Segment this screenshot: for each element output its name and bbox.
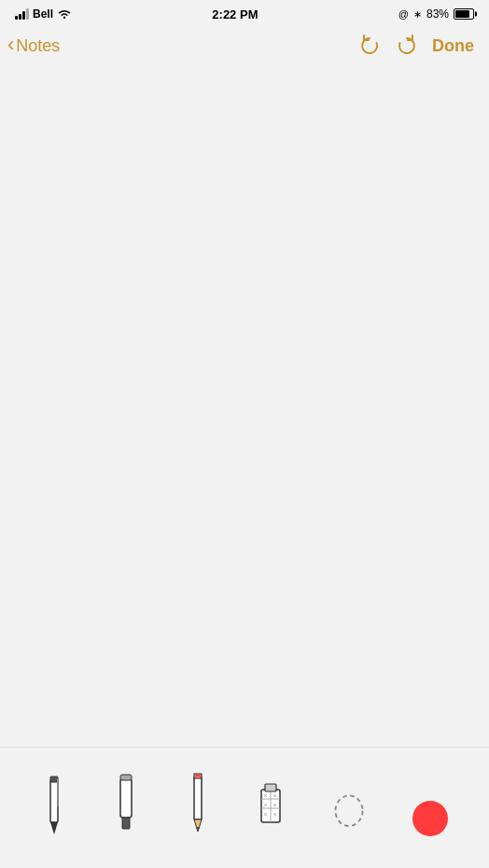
svg-marker-2 (50, 822, 58, 834)
back-button[interactable]: ‹ Notes (7, 36, 60, 56)
svg-text:x: x (264, 792, 267, 798)
carrier-label: Bell (33, 7, 53, 21)
lasso-icon (331, 790, 367, 836)
redo-button[interactable] (395, 34, 419, 58)
status-right: @ ∗ 83% (398, 7, 474, 21)
svg-point-0 (63, 17, 65, 19)
battery-icon (454, 8, 474, 20)
undo-button[interactable] (357, 34, 382, 58)
svg-rect-1 (50, 780, 58, 822)
marker-tool[interactable] (113, 762, 139, 836)
svg-marker-10 (195, 827, 200, 832)
done-button[interactable]: Done (432, 36, 474, 56)
svg-rect-5 (120, 778, 132, 818)
nav-icons: Done (357, 34, 474, 58)
svg-rect-6 (122, 818, 130, 829)
svg-text:x: x (273, 792, 276, 798)
eraser-icon: x x x x x x (256, 771, 286, 836)
svg-text:x: x (264, 811, 267, 817)
svg-rect-3 (50, 777, 58, 782)
chevron-left-icon: ‹ (7, 35, 14, 55)
svg-text:x: x (273, 802, 276, 807)
status-bar: Bell 2:22 PM @ ∗ 83% (0, 0, 489, 26)
record-button-container[interactable] (412, 762, 448, 836)
marker-icon (113, 771, 139, 836)
svg-point-24 (335, 795, 362, 826)
drawing-canvas[interactable] (0, 69, 489, 747)
drawing-toolbar: x x x x x x (0, 747, 489, 868)
pencil-tool[interactable] (185, 762, 211, 836)
back-label: Notes (16, 36, 60, 56)
svg-rect-8 (194, 777, 202, 819)
svg-rect-23 (265, 784, 276, 791)
pen-icon (41, 771, 67, 836)
status-left: Bell (15, 7, 72, 21)
redo-icon (395, 34, 419, 58)
wifi-icon (57, 8, 72, 20)
lasso-tool[interactable] (331, 762, 367, 836)
svg-rect-7 (120, 775, 132, 780)
battery-fill (455, 10, 469, 18)
nav-bar: ‹ Notes Done (0, 26, 489, 69)
pencil-icon (185, 771, 211, 836)
svg-rect-4 (57, 778, 59, 806)
svg-text:x: x (264, 802, 267, 807)
undo-icon (357, 34, 382, 58)
time-display: 2:22 PM (212, 7, 258, 21)
eraser-tool[interactable]: x x x x x x (256, 762, 286, 836)
svg-text:x: x (273, 811, 276, 817)
at-icon: @ (398, 8, 409, 20)
signal-bars-icon (15, 8, 29, 20)
pen-tool[interactable] (41, 762, 67, 836)
record-button[interactable] (412, 801, 448, 836)
bluetooth-icon: ∗ (413, 8, 422, 21)
battery-percent: 83% (426, 7, 449, 21)
